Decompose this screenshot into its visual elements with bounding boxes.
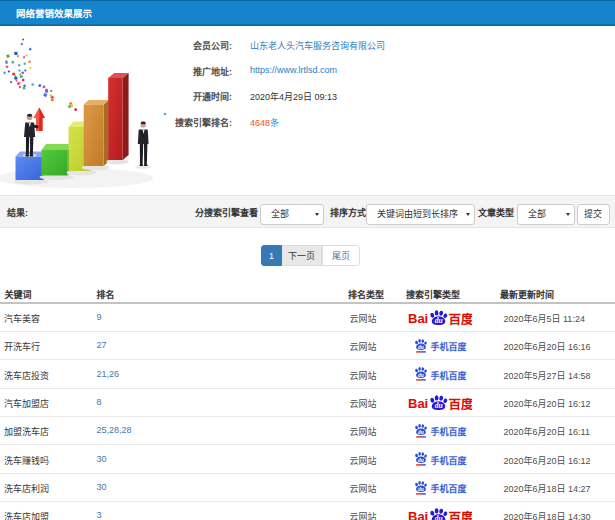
svg-text:du: du: [418, 429, 424, 435]
svg-text:du: du: [435, 401, 443, 410]
svg-text:du: du: [435, 316, 443, 325]
svg-text:du: du: [418, 485, 424, 491]
svg-text:百度: 百度: [449, 509, 473, 520]
svg-text:du: du: [418, 372, 424, 378]
svg-text:du: du: [435, 514, 443, 520]
svg-text:Bai: Bai: [408, 509, 428, 520]
svg-text:百度: 百度: [449, 396, 473, 411]
svg-text:Bai: Bai: [408, 311, 428, 326]
svg-text:du: du: [418, 344, 424, 350]
svg-text:du: du: [418, 457, 424, 463]
svg-text:百度: 百度: [449, 311, 473, 326]
svg-text:Bai: Bai: [408, 396, 428, 411]
